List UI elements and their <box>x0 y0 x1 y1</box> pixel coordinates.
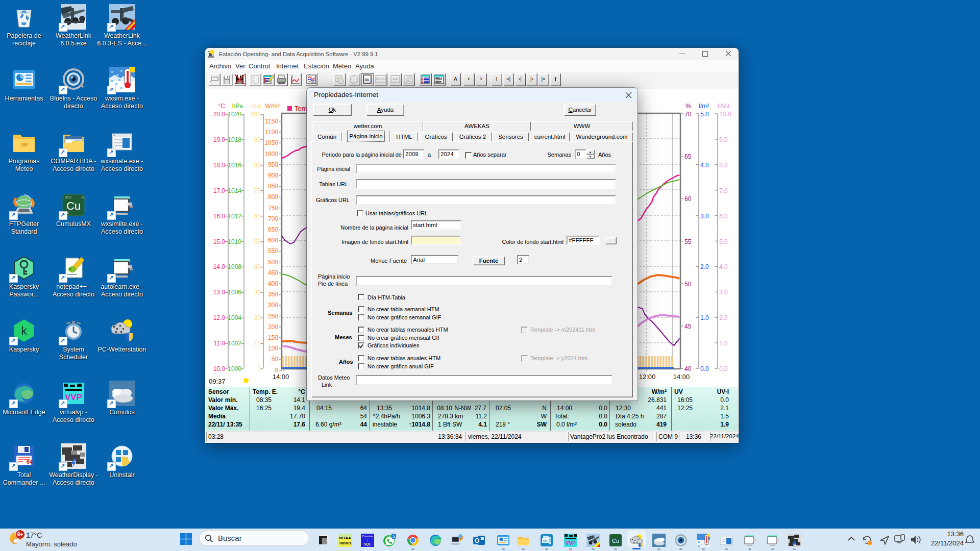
svg-text:30: 30 <box>254 289 261 296</box>
svg-text:14:00: 14:00 <box>273 373 289 381</box>
svg-text:100: 100 <box>251 111 261 118</box>
svg-text:2.0: 2.0 <box>719 314 728 321</box>
svg-text:14.0: 14.0 <box>213 263 226 270</box>
svg-text:50: 50 <box>272 356 279 363</box>
svg-text:17.0: 17.0 <box>213 187 226 194</box>
svg-text:1012: 1012 <box>228 213 241 220</box>
svg-text:10: 10 <box>254 340 261 347</box>
svg-text:6.0: 6.0 <box>719 213 728 220</box>
svg-text:VVP: VVP <box>65 392 82 402</box>
svg-text:VVP: VVP <box>566 540 576 546</box>
svg-text:700: 700 <box>268 215 278 222</box>
svg-text:4.0: 4.0 <box>719 263 728 270</box>
svg-text:3.0: 3.0 <box>719 289 728 296</box>
svg-text:7.0: 7.0 <box>719 187 728 194</box>
svg-text:1000: 1000 <box>228 365 241 372</box>
svg-text:63.5: 63.5 <box>65 196 71 199</box>
svg-text:100: 100 <box>268 345 278 352</box>
svg-text:O: O <box>475 537 479 544</box>
svg-text:hPa: hPa <box>232 103 243 110</box>
svg-text:8.0: 8.0 <box>719 162 728 169</box>
svg-text:64:: 64: <box>27 459 34 465</box>
svg-text:12.0: 12.0 <box>213 314 226 321</box>
svg-text:1.0: 1.0 <box>700 314 709 321</box>
svg-text:°c: °c <box>290 74 293 78</box>
svg-text:10.0: 10.0 <box>719 111 731 118</box>
svg-text:60: 60 <box>254 213 261 220</box>
svg-text:4.0: 4.0 <box>700 162 709 169</box>
svg-text:400: 400 <box>268 280 278 287</box>
svg-text:1018: 1018 <box>228 136 241 143</box>
svg-text:55: 55 <box>684 238 692 245</box>
svg-text:20.0: 20.0 <box>213 111 226 118</box>
svg-text:65: 65 <box>684 153 692 160</box>
svg-text:Tables: Tables <box>339 541 352 545</box>
svg-text:12:00: 12:00 <box>639 373 656 381</box>
svg-text:9.0: 9.0 <box>719 136 728 143</box>
svg-text:Cumulus: Cumulus <box>362 535 373 538</box>
svg-text:14:00: 14:00 <box>673 373 690 381</box>
svg-text:1002: 1002 <box>228 340 241 347</box>
svg-text:50: 50 <box>684 281 692 288</box>
svg-text:19.0: 19.0 <box>213 136 226 143</box>
svg-text:+1: +1 <box>81 196 85 199</box>
svg-text:NOAA: NOAA <box>339 536 351 540</box>
svg-text:l/m²: l/m² <box>699 103 709 110</box>
svg-text:150: 150 <box>268 334 278 341</box>
svg-text:900: 900 <box>268 172 278 179</box>
svg-text:0.0: 0.0 <box>700 365 709 372</box>
svg-text:2.0: 2.0 <box>700 263 709 270</box>
svg-text:45: 45 <box>684 323 692 330</box>
svg-text:SQL: SQL <box>363 542 372 546</box>
svg-text:min: min <box>252 103 261 110</box>
svg-text:60: 60 <box>684 195 692 203</box>
svg-text:k: k <box>20 325 27 338</box>
svg-text:09:37: 09:37 <box>209 378 226 385</box>
svg-text:70: 70 <box>254 187 261 194</box>
svg-text:0.0: 0.0 <box>719 365 728 372</box>
svg-text:350: 350 <box>268 291 278 298</box>
svg-text:16.0: 16.0 <box>213 213 226 220</box>
svg-text:1010: 1010 <box>228 238 241 245</box>
svg-text:W/m²: W/m² <box>265 103 280 110</box>
svg-text:1006: 1006 <box>228 289 241 296</box>
svg-text:15.0: 15.0 <box>213 238 226 245</box>
svg-text:5.0: 5.0 <box>700 111 709 118</box>
svg-text:↓: ↓ <box>366 538 369 542</box>
svg-text:300: 300 <box>268 302 278 309</box>
svg-text:1050: 1050 <box>264 139 278 146</box>
svg-text:11.0: 11.0 <box>214 340 226 347</box>
svg-text:1008: 1008 <box>228 263 241 270</box>
svg-text:1150: 1150 <box>265 118 278 125</box>
svg-text:40: 40 <box>684 365 692 372</box>
svg-text:450: 450 <box>268 269 278 277</box>
svg-text:Cu: Cu <box>66 199 81 212</box>
svg-text:T: T <box>253 80 255 83</box>
svg-text:1020: 1020 <box>228 111 241 118</box>
svg-text:3.0: 3.0 <box>700 213 709 220</box>
svg-text:13.0: 13.0 <box>213 289 226 296</box>
svg-text:Min: Min <box>435 80 442 84</box>
svg-text:31.: 31. <box>364 78 370 82</box>
svg-text:Max: Max <box>435 77 443 80</box>
svg-text:550: 550 <box>268 247 278 255</box>
svg-text:°C: °C <box>218 103 226 110</box>
svg-text:5.0: 5.0 <box>719 238 728 245</box>
svg-text:1004: 1004 <box>228 314 241 321</box>
svg-text:200: 200 <box>268 323 278 331</box>
svg-text:UV-I: UV-I <box>718 103 729 110</box>
svg-text:%: % <box>685 103 691 110</box>
svg-text:1014: 1014 <box>228 187 241 194</box>
svg-text:20: 20 <box>254 314 261 321</box>
svg-text:1100: 1100 <box>265 129 278 136</box>
svg-text:1.0: 1.0 <box>719 340 728 347</box>
svg-text:5: 5 <box>393 534 395 539</box>
svg-text:70: 70 <box>684 111 692 118</box>
svg-text:90: 90 <box>254 136 261 143</box>
svg-text:250: 250 <box>268 313 278 320</box>
svg-text:750: 750 <box>268 205 278 212</box>
svg-text:Cu: Cu <box>612 538 619 544</box>
svg-text:40: 40 <box>254 263 261 270</box>
svg-text:10.0: 10.0 <box>213 365 226 372</box>
svg-text:0: 0 <box>257 365 261 372</box>
